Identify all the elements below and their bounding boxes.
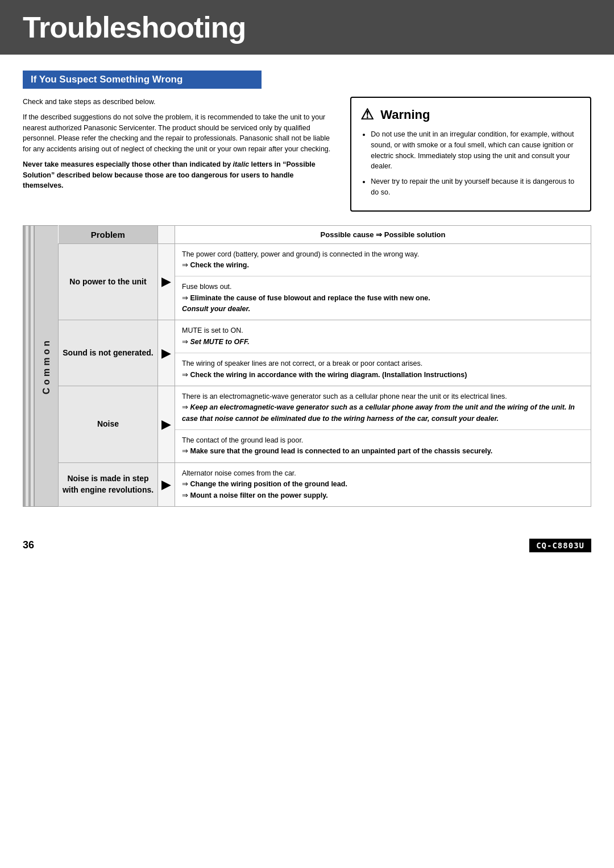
arrow-right: ⇒ [182, 294, 190, 302]
warning-label: Warning [380, 108, 430, 122]
intro-p2: If the described suggestions do not solv… [23, 112, 334, 155]
problem-no-sound: Sound is not generated. [59, 320, 158, 386]
sol-entry: The contact of the ground lead is poor. … [175, 430, 591, 462]
problem-engine-noise: Noise is made in step with engine revolu… [59, 462, 158, 506]
solutions-no-power: The power cord (battery, power and groun… [175, 243, 591, 320]
model-badge: CQ-C8803U [529, 539, 591, 552]
arrow-right: ⇒ [182, 261, 190, 269]
arrow-engine-noise: ▶ [158, 462, 175, 506]
cause-text: MUTE is set to ON. [182, 326, 243, 334]
warning-icon: ⚠ [360, 106, 374, 123]
page-footer: 36 CQ-C8803U [0, 530, 614, 561]
cause-text: Fuse blows out. [182, 283, 232, 291]
arrow-right: ⇒ [182, 338, 190, 346]
table-row: No power to the unit ▶ The power cord (b… [59, 243, 591, 320]
cause-text: Alternator noise comes from the car. [182, 469, 296, 477]
left-sidebar: Common [23, 225, 58, 507]
table-area: Common Problem Possible cause ⇒ Possible… [23, 225, 591, 507]
intro-bold: Never take measures especially those oth… [23, 159, 334, 191]
troubleshoot-table: Problem Possible cause ⇒ Possible soluti… [58, 225, 591, 507]
arrow-no-power: ▶ [158, 243, 175, 320]
common-label-col: Common [34, 225, 58, 507]
warning-bullet-1: Do not use the unit in an irregular cond… [371, 129, 581, 172]
solution-text: Eliminate the cause of fuse blowout and … [182, 294, 430, 313]
sol-entry: The power cord (battery, power and groun… [175, 244, 591, 277]
header-problem: Problem [59, 225, 158, 243]
cause-text: The power cord (battery, power and groun… [182, 250, 419, 258]
solution-text: Check the wiring in accordance with the … [190, 371, 467, 379]
warning-list: Do not use the unit in an irregular cond… [360, 129, 581, 198]
solutions-noise: There is an electromagnetic-wave generat… [175, 386, 591, 462]
page-header: Troubleshooting [0, 0, 614, 55]
main-content: If You Suspect Something Wrong Check and… [0, 55, 614, 518]
sol-entry: MUTE is set to ON. ⇒ Set MUTE to OFF. [175, 320, 591, 353]
arrow-right: ⇒ [182, 480, 190, 488]
stripe-pattern [23, 225, 34, 507]
section-heading: If You Suspect Something Wrong [23, 71, 262, 89]
header-solution: Possible cause ⇒ Possible solution [175, 225, 591, 243]
solutions-no-sound: MUTE is set to ON. ⇒ Set MUTE to OFF. Th… [175, 320, 591, 386]
sol-entry: Alternator noise comes from the car. ⇒ C… [175, 463, 591, 506]
cause-text: The contact of the ground lead is poor. [182, 436, 303, 444]
solution-text: Set MUTE to OFF. [190, 338, 249, 346]
problem-no-power: No power to the unit [59, 243, 158, 320]
warning-box: ⚠ Warning Do not use the unit in an irre… [350, 97, 591, 212]
page-title: Troubleshooting [23, 10, 591, 44]
cause-text: The wiring of speaker lines are not corr… [182, 359, 422, 367]
header-arrow-spacer [158, 225, 175, 243]
warning-bullet-2: Never try to repair the unit by yourself… [371, 176, 581, 198]
arrow-right: ⇒ [182, 403, 190, 411]
problem-label: Noise is made in step with engine revolu… [63, 474, 154, 494]
solution-text-2: Mount a noise filter on the power supply… [190, 491, 327, 499]
intro-p1: Check and take steps as described below. [23, 97, 334, 108]
intro-columns: Check and take steps as described below.… [23, 97, 591, 212]
table-row: Sound is not generated. ▶ MUTE is set to… [59, 320, 591, 386]
bold-warning-text: Never take measures especially those oth… [23, 160, 316, 190]
sol-entry: Fuse blows out. ⇒ Eliminate the cause of… [175, 276, 591, 320]
arrow-right: ⇒ [182, 447, 190, 455]
solution-text: Check the wiring. [190, 261, 249, 269]
table-row: Noise ▶ There is an electromagnetic-wave… [59, 386, 591, 462]
intro-right: ⚠ Warning Do not use the unit in an irre… [350, 97, 591, 212]
warning-title: ⚠ Warning [360, 106, 581, 123]
arrow-right: ⇒ [182, 371, 190, 379]
solution-text: Keep an electromagnetic-wave generator s… [182, 403, 575, 422]
problem-noise: Noise [59, 386, 158, 462]
problem-label: Noise [97, 419, 119, 428]
table-header-row: Problem Possible cause ⇒ Possible soluti… [59, 225, 591, 243]
problem-label: Sound is not generated. [63, 348, 153, 357]
sol-entry: There is an electromagnetic-wave generat… [175, 386, 591, 430]
common-label: Common [42, 338, 52, 394]
solutions-engine-noise: Alternator noise comes from the car. ⇒ C… [175, 462, 591, 506]
solution-text: Make sure that the ground lead is connec… [190, 447, 492, 455]
arrow-no-sound: ▶ [158, 320, 175, 386]
intro-left: Check and take steps as described below.… [23, 97, 334, 212]
sol-entry: The wiring of speaker lines are not corr… [175, 353, 591, 386]
cause-text: There is an electromagnetic-wave generat… [182, 392, 507, 400]
page-number: 36 [23, 539, 34, 551]
problem-label: No power to the unit [69, 277, 146, 286]
table-row: Noise is made in step with engine revolu… [59, 462, 591, 506]
arrow-right-2: ⇒ [182, 491, 190, 499]
solution-text-1: Change the wiring position of the ground… [190, 480, 347, 488]
arrow-noise: ▶ [158, 386, 175, 462]
